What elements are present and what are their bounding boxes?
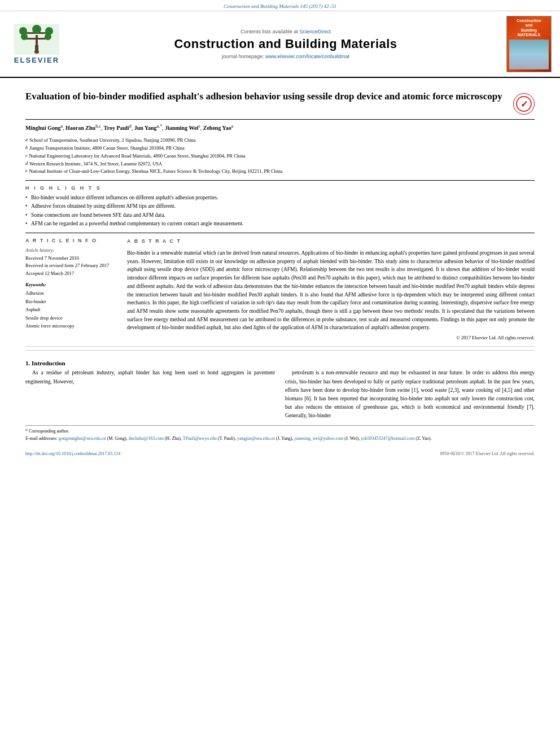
bottom-bar: http://dx.doi.org/10.1016/j.conbuildmat.… bbox=[0, 448, 560, 459]
journal-title: Construction and Building Materials bbox=[174, 37, 397, 51]
intro-left-text: As a residue of petroleum industry, asph… bbox=[25, 369, 275, 386]
footnote-emails: E-mail addresses: gongminghui@seu.edu.cn… bbox=[25, 435, 535, 442]
svg-point-10 bbox=[45, 27, 53, 35]
homepage-url[interactable]: www.elsevier.com/locate/conbuildmat bbox=[265, 54, 349, 59]
contents-available-text: Contents lists available at bbox=[240, 29, 298, 34]
email-yao[interactable]: yzh503453247@hotmail.com bbox=[361, 436, 414, 441]
abstract-column: A B S T R A C T Bio-binder is a renewabl… bbox=[127, 238, 535, 342]
elsevier-tree-icon bbox=[14, 24, 59, 55]
article-info-column: A R T I C L E I N F O Article history: R… bbox=[25, 238, 116, 342]
highlight-4: AFM can be regarded as a powerful method… bbox=[25, 220, 535, 228]
email-yang[interactable]: yangjun@seu.edu.cn bbox=[237, 436, 275, 441]
author-minghui-gong: Minghui Gong bbox=[25, 125, 61, 131]
highlights-heading: H I G H L I G H T S bbox=[25, 185, 535, 191]
footnote-corresponding: * Corresponding author. bbox=[25, 428, 535, 435]
keyword-asphalt: Asphalt bbox=[25, 305, 116, 313]
abstract-section: A B S T R A C T Bio-binder is a renewabl… bbox=[127, 238, 535, 342]
email-wei[interactable]: jianming_wei@yahoo.com bbox=[294, 436, 343, 441]
highlight-2: Adhesive forces obtained by using differ… bbox=[25, 202, 535, 210]
history-accepted: Accepted 12 March 2017 bbox=[25, 270, 116, 278]
svg-rect-13 bbox=[36, 48, 38, 53]
author-jun-yang: Jun Yang bbox=[134, 125, 157, 131]
affil-e: e National Institute of Clean-and-Low-Ca… bbox=[25, 168, 535, 175]
doi-link[interactable]: http://dx.doi.org/10.1016/j.conbuildmat.… bbox=[25, 451, 120, 456]
journal-cover-thumbnail: ConstructionandBuildingMATERIALS bbox=[506, 16, 552, 72]
highlight-1: Bio-binder would induce different influe… bbox=[25, 194, 535, 202]
email-gong[interactable]: gongminghui@seu.edu.cn bbox=[59, 436, 106, 441]
keyword-biobinder: Bio-binder bbox=[25, 298, 116, 305]
crossmark-badge[interactable]: ✓ bbox=[513, 93, 535, 115]
keywords-label: Keywords: bbox=[25, 282, 116, 287]
affil-c: c National Engineering Laboratory for Ad… bbox=[25, 152, 535, 160]
affil-e-text: National Institute of Clean-and-Low-Carb… bbox=[29, 168, 283, 175]
article-title: Evaluation of bio-binder modified asphal… bbox=[25, 90, 513, 103]
introduction-section: 1. Introduction As a residue of petroleu… bbox=[25, 354, 535, 442]
emails-label: E-mail addresses: bbox=[25, 436, 59, 441]
sciencedirect-line: Contents lists available at ScienceDirec… bbox=[240, 29, 331, 34]
history-received: Received 7 November 2016 bbox=[25, 255, 116, 263]
journal-title-area: Contents lists available at ScienceDirec… bbox=[73, 16, 498, 72]
history-revised: Received in revised form 27 February 201… bbox=[25, 262, 116, 270]
affiliations-section: a School of Transportation, Southeast Un… bbox=[25, 135, 535, 181]
journal-cover-area: ConstructionandBuildingMATERIALS bbox=[504, 16, 554, 72]
introduction-body: As a residue of petroleum industry, asph… bbox=[25, 369, 535, 420]
abstract-heading: A B S T R A C T bbox=[127, 238, 535, 246]
article-content: Evaluation of bio-binder modified asphal… bbox=[0, 78, 560, 448]
svg-point-11 bbox=[32, 25, 41, 34]
cover-title-text: ConstructionandBuildingMATERIALS bbox=[517, 19, 541, 38]
svg-rect-2 bbox=[36, 35, 38, 46]
article-info-abstract-section: A R T I C L E I N F O Article history: R… bbox=[25, 233, 535, 347]
affil-a: a School of Transportation, Southeast Un… bbox=[25, 137, 535, 144]
history-label: Article history: bbox=[25, 247, 116, 255]
highlight-3: Some connections are found between SFE d… bbox=[25, 211, 535, 219]
affil-c-text: National Engineering Laboratory for Adva… bbox=[29, 152, 246, 160]
email-zhu[interactable]: dnchzhu@163.com bbox=[129, 436, 164, 441]
affil-d-text: Western Research Institute, 3474 N, 3rd … bbox=[29, 160, 162, 168]
doi-line: http://dx.doi.org/10.1016/j.conbuildmat.… bbox=[25, 451, 120, 456]
abstract-text: Bio-binder is a renewable material which… bbox=[127, 249, 535, 332]
article-info: A R T I C L E I N F O Article history: R… bbox=[25, 238, 116, 330]
divider bbox=[25, 350, 535, 351]
intro-col-left: As a residue of petroleum industry, asph… bbox=[25, 369, 275, 420]
highlights-section: H I G H L I G H T S Bio-binder would ind… bbox=[25, 181, 535, 233]
cover-image bbox=[509, 40, 549, 69]
article-info-heading: A R T I C L E I N F O bbox=[25, 238, 116, 243]
journal-citation: Construction and Building Materials 145 … bbox=[224, 3, 336, 9]
keyword-adhesion: Adhesion bbox=[25, 289, 116, 297]
keyword-afm: Atomic force microscopy bbox=[25, 322, 116, 330]
sciencedirect-link[interactable]: ScienceDirect bbox=[300, 29, 331, 34]
journal-homepage-line: journal homepage: www.elsevier.com/locat… bbox=[222, 54, 349, 59]
crossmark-icon: ✓ bbox=[515, 95, 532, 112]
homepage-prefix: journal homepage: bbox=[222, 54, 264, 59]
article-history: Article history: Received 7 November 201… bbox=[25, 247, 116, 277]
svg-text:✓: ✓ bbox=[520, 99, 528, 109]
issn-line: 0950-0618/© 2017 Elsevier Ltd. All right… bbox=[440, 451, 535, 456]
journal-header: ELSEVIER Contents lists available at Sci… bbox=[0, 11, 560, 78]
intro-right-text: petroleum is a non-renewable resource an… bbox=[285, 369, 535, 420]
affil-b-text: Jiangsu Transportation Institute, 4800 C… bbox=[29, 145, 185, 152]
keyword-sessile: Sessile drop device bbox=[25, 314, 116, 322]
elsevier-logo: ELSEVIER bbox=[14, 24, 59, 64]
affil-a-text: School of Transportation, Southeast Univ… bbox=[29, 137, 196, 144]
svg-point-8 bbox=[19, 27, 27, 35]
author-haoran-zhu: Haoran Zhu bbox=[65, 125, 95, 131]
intro-col-right: petroleum is a non-renewable resource an… bbox=[285, 369, 535, 420]
email-pauli[interactable]: TPauli@uwyo.edu bbox=[183, 436, 217, 441]
copyright-line: © 2017 Elsevier Ltd. All rights reserved… bbox=[127, 334, 535, 342]
footnotes-section: * Corresponding author. E-mail addresses… bbox=[25, 425, 535, 442]
author-troy-pauli: Troy Pauli bbox=[104, 125, 129, 131]
elsevier-logo-area: ELSEVIER bbox=[6, 16, 68, 72]
page: Construction and Building Materials 145 … bbox=[0, 0, 560, 747]
journal-citation-bar: Construction and Building Materials 145 … bbox=[0, 0, 560, 11]
elsevier-wordmark: ELSEVIER bbox=[14, 56, 59, 64]
author-jianming-wei: Jianming Wei bbox=[165, 125, 198, 131]
affil-d: d Western Research Institute, 3474 N, 3r… bbox=[25, 160, 535, 168]
authors-line: Minghui Gonga, Haoran Zhub,c, Troy Pauli… bbox=[25, 120, 535, 135]
author-zeheng-yao: Zeheng Yao bbox=[203, 125, 231, 131]
keywords-section: Keywords: Adhesion Bio-binder Asphalt Se… bbox=[25, 282, 116, 330]
affil-b: b Jiangsu Transportation Institute, 4800… bbox=[25, 145, 535, 152]
introduction-heading: 1. Introduction bbox=[25, 360, 535, 366]
article-title-section: Evaluation of bio-binder modified asphal… bbox=[25, 84, 535, 120]
